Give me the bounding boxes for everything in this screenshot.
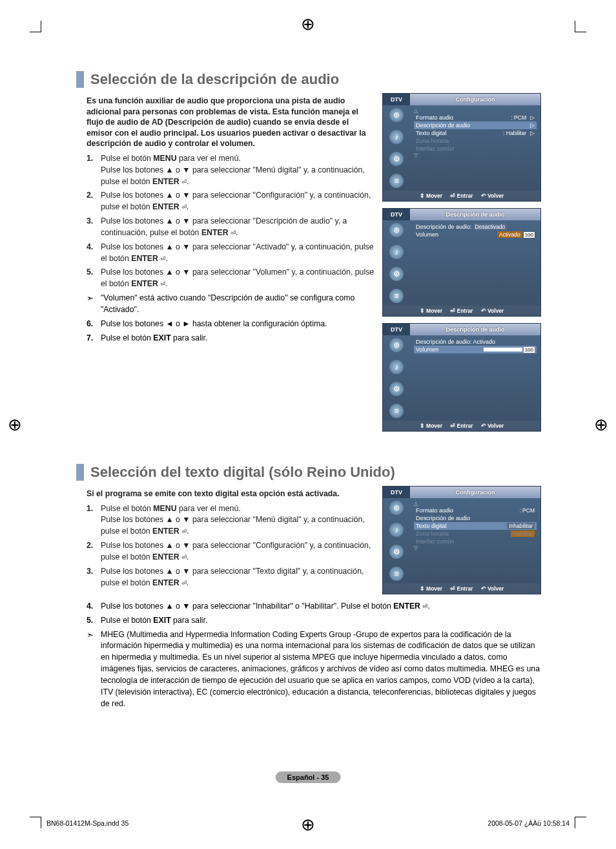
step-list: 1.Pulse el botón MENU para ver el menú.P… (87, 153, 375, 290)
section-title: Selección del texto digital (sólo Reino … (76, 464, 541, 481)
regmark-icon: ⊕ (301, 14, 315, 34)
section-title: Selección de la descripción de audio (76, 71, 541, 88)
regmark-icon: ⊕ (8, 415, 22, 435)
tv-screenshot-textodigital: DTVConfiguración ⊛♪⚙≡ △ Formato audio: P… (382, 486, 541, 594)
note-arrow-icon: ➣ (87, 293, 101, 316)
tv-screenshot-config: DTVConfiguración ⊛♪⚙≡ △ Formato audio: P… (382, 93, 541, 202)
regmark-icon: ⊕ (594, 415, 608, 435)
tv-screenshot-volume: DTVDescripción de audio ⊛♪⚙≡ Descripción… (382, 323, 541, 432)
print-footer: BN68-01412M-Spa.indd 352008-05-07 ¿ÀÀü 1… (46, 819, 570, 827)
note-text: MHEG (Multimedia and Hypermedia Informat… (101, 629, 541, 710)
step-list: 1.Pulse el botón MENU para ver el menú.P… (87, 503, 375, 589)
note-arrow-icon: ➣ (87, 629, 101, 710)
section-intro: Es una función auxiliar de audio que pro… (87, 96, 375, 149)
note-text: "Volumen" está activo cuando "Descripció… (101, 293, 375, 316)
page-footer: Español - 35 (276, 771, 341, 783)
section-intro: Si el programa se emite con texto digita… (87, 488, 375, 499)
tv-screenshot-audiodesc: DTVDescripción de audio ⊛♪⚙≡ Descripción… (382, 208, 541, 317)
